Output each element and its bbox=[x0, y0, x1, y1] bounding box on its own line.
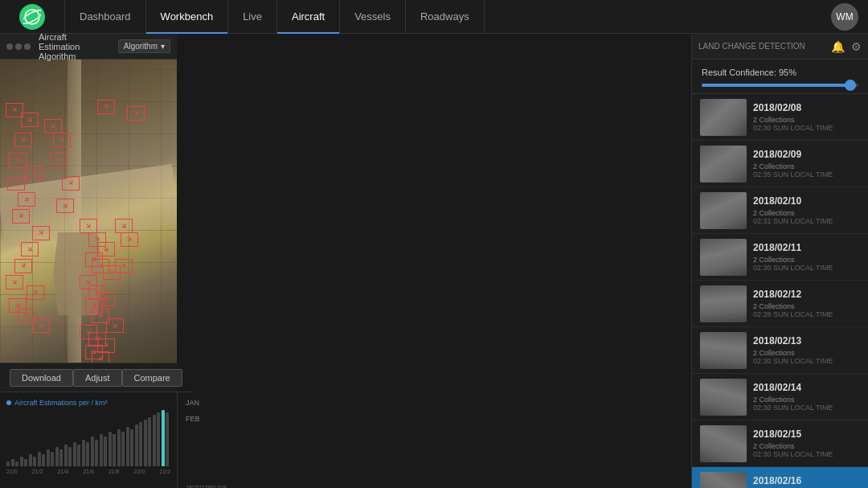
aircraft-detection-box[interactable]: ✈ bbox=[14, 259, 32, 273]
aircraft-detection-box[interactable]: ✈ bbox=[32, 226, 50, 240]
planet-logo[interactable] bbox=[19, 4, 45, 30]
aircraft-detection-box[interactable]: ✈ bbox=[9, 153, 27, 167]
aircraft-detection-box[interactable]: ✈ bbox=[115, 259, 133, 273]
aircraft-detection-box[interactable]: ✈ bbox=[21, 242, 39, 256]
aircraft-icon: ✈ bbox=[18, 260, 28, 271]
chart-bar bbox=[33, 457, 36, 466]
aircraft-detection-box[interactable]: ✈ bbox=[27, 285, 44, 300]
aircraft-detection-box[interactable]: ✈ bbox=[44, 119, 62, 133]
user-avatar[interactable]: WM bbox=[831, 3, 858, 31]
chart-bar bbox=[42, 454, 45, 466]
aircraft-icon: ✈ bbox=[35, 228, 46, 238]
aircraft-icon: ✈ bbox=[9, 277, 19, 288]
aircraft-detection-box[interactable]: ✈ bbox=[115, 219, 133, 233]
date-list-item[interactable]: 2018/02/102 Collections02:31 SUN LOCAL T… bbox=[692, 187, 868, 234]
dot-2 bbox=[15, 43, 22, 50]
settings-icon[interactable]: ⚙ bbox=[851, 40, 862, 53]
date-time: 02:30 SUN LOCAL TIME bbox=[753, 450, 860, 458]
aircraft-detection-box[interactable]: ✈ bbox=[106, 318, 124, 333]
aircraft-detection-box[interactable]: ✈ bbox=[7, 176, 25, 191]
confidence-slider-track[interactable] bbox=[702, 84, 858, 87]
date-collections: 2 Collections bbox=[753, 442, 860, 450]
bottom-controls-bar: Download Adjust Compare bbox=[0, 363, 177, 392]
date-list-item[interactable]: 2018/02/152 Collections02:30 SUN LOCAL T… bbox=[692, 420, 868, 467]
date-collections: 2 Collections bbox=[753, 302, 860, 310]
map-area[interactable]: ✈✈✈✈✈✈✈✈✈✈✈✈✈✈✈✈✈✈✈✈✈✈✈✈✈✈✈✈✈✈✈✈✈✈✈✈✈✈✈✈… bbox=[0, 59, 177, 392]
nav-item-roadways[interactable]: Roadways bbox=[406, 0, 485, 34]
date-list: 2018/02/082 Collections02:30 SUN LOCAL T… bbox=[692, 94, 868, 488]
date-list-item[interactable]: 2018/02/164 Collections02:30 SUN LOCAL T… bbox=[692, 467, 868, 488]
aircraft-icon: ✈ bbox=[30, 287, 40, 297]
aircraft-detection-box[interactable]: ✈ bbox=[21, 113, 39, 127]
top-navigation: Dashboard Workbench Live Aircraft Vessel… bbox=[0, 0, 868, 34]
chart-bar bbox=[117, 429, 121, 466]
date-list-item[interactable]: 2018/02/112 Collections02:30 SUN LOCAL T… bbox=[692, 234, 868, 281]
aircraft-detection-box[interactable]: ✈ bbox=[56, 199, 74, 213]
date-title: 2018/02/15 bbox=[753, 429, 860, 440]
notification-icon[interactable]: 🔔 bbox=[831, 40, 845, 53]
chart-bar bbox=[73, 442, 76, 466]
chart-bar bbox=[108, 432, 112, 466]
date-time: 02:28 SUN LOCAL TIME bbox=[753, 310, 860, 318]
date-time: 02:30 SUN LOCAL TIME bbox=[753, 357, 860, 365]
aircraft-detection-box[interactable]: ✈ bbox=[18, 192, 35, 207]
date-list-item[interactable]: 2018/02/092 Collections02:35 SUN LOCAL T… bbox=[692, 141, 868, 187]
date-title: 2018/02/11 bbox=[753, 242, 860, 253]
date-info: 2018/02/142 Collections02:30 SUN LOCAL T… bbox=[753, 382, 860, 412]
chart-bar bbox=[59, 449, 63, 466]
chart-bar bbox=[153, 415, 156, 466]
date-list-item[interactable]: 2018/02/142 Collections02:30 SUN LOCAL T… bbox=[692, 374, 868, 420]
nav-item-aircraft[interactable]: Aircraft bbox=[277, 0, 340, 34]
chart-bar bbox=[29, 454, 32, 466]
chart-bar bbox=[47, 449, 50, 466]
date-info: 2018/02/102 Collections02:31 SUN LOCAL T… bbox=[753, 195, 860, 225]
nav-item-live[interactable]: Live bbox=[228, 0, 277, 34]
aircraft-detection-box[interactable]: ✈ bbox=[53, 133, 71, 147]
nav-item-dashboard[interactable]: Dashboard bbox=[64, 0, 146, 34]
aircraft-icon: ✈ bbox=[56, 134, 67, 145]
aircraft-detection-box[interactable]: ✈ bbox=[6, 103, 23, 117]
aircraft-icon: ✈ bbox=[131, 108, 141, 118]
date-title: 2018/02/12 bbox=[753, 289, 860, 300]
nav-item-workbench[interactable]: Workbench bbox=[146, 0, 229, 34]
aircraft-detection-box[interactable]: ✈ bbox=[12, 209, 30, 223]
aircraft-icon: ✈ bbox=[21, 194, 31, 204]
chart-bar bbox=[166, 412, 169, 466]
chart-bar bbox=[38, 452, 41, 466]
aircraft-detection-box[interactable]: ✈ bbox=[62, 176, 80, 191]
chart-bar bbox=[139, 422, 142, 466]
chart-bar bbox=[91, 437, 94, 466]
date-info: 2018/02/082 Collections02:30 SUN LOCAL T… bbox=[753, 102, 860, 132]
date-list-item[interactable]: 2018/02/132 Collections02:30 SUN LOCAL T… bbox=[692, 327, 868, 374]
aircraft-icon: ✈ bbox=[124, 234, 134, 244]
aircraft-detection-box[interactable]: ✈ bbox=[32, 318, 50, 333]
date-thumbnail bbox=[700, 285, 747, 322]
date-thumbnail bbox=[700, 239, 747, 276]
aircraft-detection-box[interactable]: ✈ bbox=[14, 133, 32, 147]
date-thumbnail bbox=[700, 146, 747, 182]
adjust-button[interactable]: Adjust bbox=[73, 369, 122, 387]
chart-dot bbox=[6, 400, 11, 405]
date-collections: 2 Collections bbox=[753, 116, 860, 124]
nav-item-vessels[interactable]: Vessels bbox=[340, 0, 406, 34]
date-info: 2018/02/152 Collections02:30 SUN LOCAL T… bbox=[753, 429, 860, 458]
date-collections: 2 Collections bbox=[753, 162, 860, 170]
date-title: 2018/02/10 bbox=[753, 195, 860, 207]
chart-bar bbox=[20, 457, 23, 466]
aircraft-icon: ✈ bbox=[16, 211, 27, 221]
confidence-slider-thumb[interactable] bbox=[845, 80, 856, 91]
compare-button[interactable]: Compare bbox=[122, 369, 182, 387]
aircraft-detection-box[interactable]: ✈ bbox=[6, 275, 23, 289]
download-button[interactable]: Download bbox=[10, 369, 73, 387]
right-toolbar-label: LAND CHANGE DETECTION bbox=[698, 42, 805, 51]
aircraft-detection-box[interactable]: ✈ bbox=[127, 106, 145, 121]
algorithm-dropdown[interactable]: Algorithm ▾ bbox=[118, 39, 170, 53]
aircraft-detection-box[interactable]: ✈ bbox=[121, 232, 138, 247]
date-list-item[interactable]: 2018/02/122 Collections02:28 SUN LOCAL T… bbox=[692, 281, 868, 327]
aircraft-detection-box[interactable]: ✈ bbox=[80, 219, 97, 233]
aircraft-detection-box[interactable]: ✈ bbox=[97, 100, 115, 114]
date-list-item[interactable]: 2018/02/082 Collections02:30 SUN LOCAL T… bbox=[692, 94, 868, 141]
aircraft-detection-box[interactable]: ✈ bbox=[25, 166, 43, 180]
chart-bar bbox=[6, 461, 10, 466]
aircraft-detection-box[interactable]: ✈ bbox=[50, 153, 68, 167]
